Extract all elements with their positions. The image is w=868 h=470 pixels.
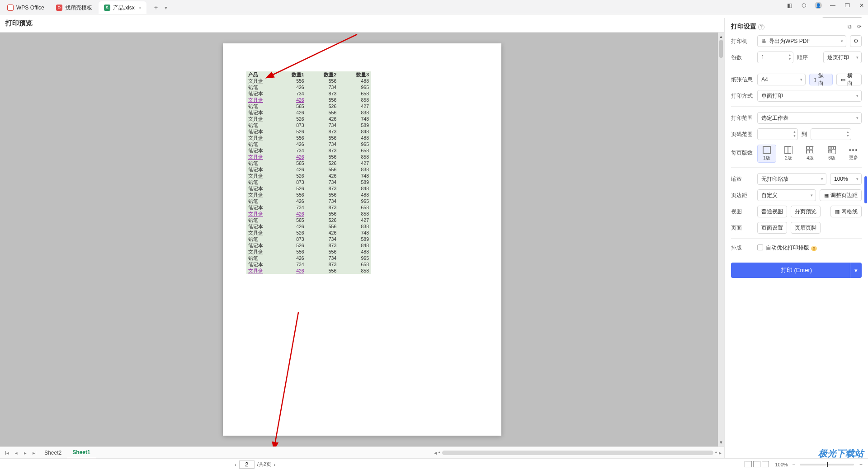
copies-input[interactable]: 1▲▼ (757, 52, 793, 63)
order-select[interactable]: 逐页打印▾ (823, 52, 862, 63)
print-dropdown-icon[interactable]: ▾ (850, 263, 862, 278)
pages-per-sheet-label: 每页版数 (731, 145, 754, 157)
tab-templates[interactable]: D 找稻壳模板 (51, 1, 98, 14)
layout-label: 排版 (731, 244, 754, 252)
sheet-nav: I◂ ◂ ▸ ▸I (3, 450, 39, 456)
zoom-label: 缩放 (731, 175, 754, 183)
close-window-icon[interactable]: ✕ (858, 2, 865, 9)
page-setup-button[interactable]: 页面设置 (757, 222, 787, 234)
next-page-icon[interactable]: › (274, 462, 276, 467)
scroll-thumb[interactable] (719, 40, 723, 58)
paper-select[interactable]: A4▾ (757, 74, 806, 85)
table-row: 铅笔873734589 (246, 122, 371, 128)
page-from-input[interactable]: ▲▼ (757, 128, 798, 140)
user-avatar[interactable]: 👤 (815, 2, 822, 9)
page-to-input[interactable]: ▲▼ (811, 128, 851, 140)
sheet-tab-bar: I◂ ◂ ▸ ▸I Sheet2 Sheet1 ◂ • • ▸ (0, 446, 724, 458)
prev-page-icon[interactable]: ‹ (235, 462, 236, 467)
landscape-icon: ▭ (841, 77, 845, 83)
preview-data-table: 产品数量1数量2数量3文具盒556556488铅笔426734965笔记本734… (246, 71, 371, 274)
table-row: 铅笔426734965 (246, 141, 371, 147)
status-bar: ‹ /共2页 › 100% − ＋ (0, 458, 868, 470)
pps-4[interactable]: 4版 (801, 145, 820, 163)
table-row: 笔记本426556838 (246, 109, 371, 116)
page-navigator: ‹ /共2页 › (235, 461, 276, 469)
tab-file[interactable]: S 产品.xlsx • (99, 1, 146, 14)
sheet-first-icon[interactable]: I◂ (5, 450, 9, 456)
vertical-scrollbar[interactable]: ▲ ▼ (718, 33, 724, 446)
panel-collapse-icon[interactable]: ⧉ (848, 24, 852, 30)
sheet-tab-sheet2[interactable]: Sheet2 (39, 447, 67, 459)
pps-more[interactable]: •••更多 (844, 145, 863, 163)
print-settings-panel: 打印设置? ⧉ ⟳ 打印机 🖶 导出为WPS PDF▾ ⚙ 份数 1▲▼ 顺序 … (724, 18, 868, 470)
horizontal-scroll[interactable]: ◂ • • ▸ (434, 450, 722, 456)
page-label: 页面 (731, 224, 754, 232)
print-button[interactable]: 打印 (Enter) ▾ (731, 263, 862, 278)
panel-scroll-indicator[interactable] (864, 176, 867, 203)
print-mode-select[interactable]: 单面打印▾ (757, 90, 862, 102)
table-row: 笔记本734873658 (246, 90, 371, 97)
table-row: 笔记本526873848 (246, 242, 371, 249)
scroll-down-icon[interactable]: ▼ (719, 440, 723, 445)
panel-refresh-icon[interactable]: ⟳ (857, 24, 862, 30)
zoom-slider[interactable] (800, 464, 854, 465)
zoom-pct-select[interactable]: 100%▾ (830, 173, 862, 185)
paged-view-button[interactable]: 分页预览 (791, 206, 821, 217)
gridlines-button[interactable]: ▦网格线 (830, 206, 862, 217)
portrait-button[interactable]: ▯纵向 (809, 74, 833, 85)
hscroll-left-icon[interactable]: ◂ (434, 450, 437, 456)
sheet-next-icon[interactable]: ▸ (24, 450, 27, 456)
printer-label: 打印机 (731, 38, 754, 45)
svip-badge: S (811, 246, 817, 251)
maximize-icon[interactable]: ❐ (844, 2, 851, 9)
table-row: 文具盒426556858 (246, 268, 371, 274)
grid-icon: ▦ (835, 209, 840, 215)
printer-settings-button[interactable]: ⚙ (850, 35, 862, 47)
table-row: 文具盒556556488 (246, 135, 371, 141)
layout-panel-icon[interactable]: ◧ (786, 2, 793, 9)
table-row: 铅笔873734589 (246, 236, 371, 242)
sheet-last-icon[interactable]: ▸I (33, 450, 37, 456)
zoom-in-icon[interactable]: ＋ (859, 461, 863, 468)
preview-viewport[interactable]: 产品数量1数量2数量3文具盒556556488铅笔426734965笔记本734… (0, 33, 724, 446)
table-row: 笔记本734873658 (246, 261, 371, 268)
adjust-margins-button[interactable]: ▦调整页边距 (820, 189, 862, 201)
landscape-button[interactable]: ▭横向 (836, 74, 862, 85)
zoom-mode-select[interactable]: 无打印缩放▾ (757, 173, 826, 185)
margin-select[interactable]: 自定义▾ (757, 189, 816, 201)
table-row: 铅笔426734965 (246, 84, 371, 90)
sheet-tab-sheet1[interactable]: Sheet1 (67, 447, 95, 459)
hscroll-right-icon[interactable]: ▸ (719, 450, 722, 456)
view-label: 视图 (731, 208, 754, 216)
tab-list-dropdown[interactable]: ▾ (159, 1, 170, 14)
minimize-icon[interactable]: — (829, 2, 836, 9)
page-preview: 产品数量1数量2数量3文具盒556556488铅笔426734965笔记本734… (223, 43, 501, 436)
order-label: 顺序 (797, 54, 820, 61)
scroll-up-icon[interactable]: ▲ (719, 34, 723, 39)
margins-icon: ▦ (824, 193, 829, 198)
zoom-out-icon[interactable]: − (793, 462, 795, 467)
help-icon[interactable]: ? (758, 24, 764, 30)
pps-2[interactable]: 2版 (779, 145, 798, 163)
auto-optimize-checkbox[interactable]: 自动优化打印排版S (757, 244, 817, 252)
close-tab-icon[interactable]: • (139, 5, 141, 10)
print-range-select[interactable]: 选定工作表▾ (757, 112, 862, 124)
pps-6[interactable]: 6版 (822, 145, 841, 163)
tab-wps-home[interactable]: W WPS Office (2, 1, 50, 14)
view-mode-buttons[interactable] (745, 461, 770, 468)
table-row: 铅笔565526427 (246, 103, 371, 109)
table-row: 铅笔873734589 (246, 179, 371, 185)
header-footer-button[interactable]: 页眉页脚 (791, 222, 821, 234)
printer-select[interactable]: 🖶 导出为WPS PDF▾ (757, 35, 846, 47)
new-tab-button[interactable]: ＋ (147, 1, 158, 14)
cube-icon[interactable]: ⬡ (800, 2, 807, 9)
paper-label: 纸张信息 (731, 76, 754, 84)
table-row: 笔记本734873658 (246, 204, 371, 211)
docer-icon: D (56, 5, 62, 11)
window-controls: ◧ ⬡ 👤 — ❐ ✕ (786, 2, 865, 9)
pps-1[interactable]: 1版 (757, 145, 776, 163)
normal-view-button[interactable]: 普通视图 (757, 206, 787, 217)
sheet-prev-icon[interactable]: ◂ (15, 450, 18, 456)
current-page-input[interactable] (239, 461, 255, 469)
total-pages-label: /共2页 (257, 461, 271, 468)
